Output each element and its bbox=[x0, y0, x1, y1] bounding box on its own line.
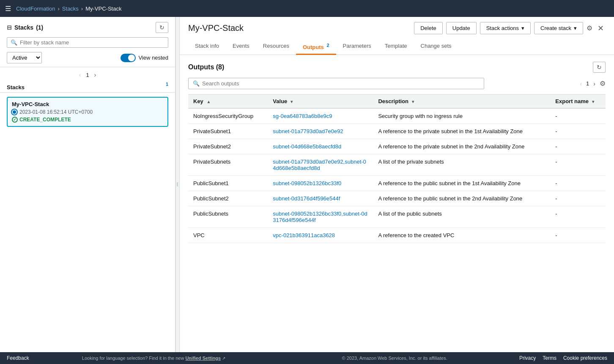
tab-stack-info[interactable]: Stack info bbox=[188, 39, 226, 55]
sidebar-search-box: 🔍 bbox=[7, 37, 168, 48]
stack-radio-indicator bbox=[12, 109, 17, 115]
sidebar-search-input[interactable] bbox=[20, 39, 164, 46]
create-stack-chevron-icon: ▾ bbox=[574, 25, 577, 31]
outputs-search-row: 🔍 ‹ 1 › ⚙ bbox=[188, 78, 606, 89]
cell-export-name-1: - bbox=[550, 124, 606, 139]
footer: Feedback Looking for language selection?… bbox=[0, 352, 614, 364]
cell-description-5: A reference to the public subnet in the … bbox=[373, 191, 550, 206]
export-name-sort-icon: ▾ bbox=[592, 99, 594, 104]
cell-key-0: NoIngressSecurityGroup bbox=[188, 108, 268, 124]
cell-description-7: A reference to the created VPC bbox=[373, 228, 550, 243]
sidebar-title-left: ⊟ Stacks (1) bbox=[7, 24, 43, 31]
status-filter-select[interactable]: Active All Deleted bbox=[7, 52, 42, 63]
tab-bar: Stack info Events Resources Outputs 2 Pa… bbox=[188, 39, 606, 55]
view-nested-label: View nested bbox=[138, 55, 168, 61]
cell-value-7: vpc-021b363911aca3628 bbox=[268, 228, 373, 243]
cell-value-2: subnet-04d668e5b8aecfd8d bbox=[268, 139, 373, 154]
cell-value-4: subnet-098052b1326bc33f0 bbox=[268, 176, 373, 191]
right-panel: My-VPC-Stack Delete Update Stack actions… bbox=[180, 17, 614, 352]
breadcrumb: CloudFormation › Stacks › My-VPC-Stack bbox=[16, 5, 121, 12]
outputs-tab-badge: 2 bbox=[326, 43, 329, 48]
right-title-row: My-VPC-Stack Delete Update Stack actions… bbox=[188, 22, 606, 34]
stack-item-date: 2023-01-08 16:52:14 UTC+0700 bbox=[19, 109, 93, 115]
table-row: PrivateSubnet2 subnet-04d668e5b8aecfd8d … bbox=[188, 139, 606, 154]
sidebar-refresh-button[interactable]: ↻ bbox=[156, 22, 168, 33]
cell-description-2: A reference to the private subnet in the… bbox=[373, 139, 550, 154]
cell-description-3: A list of the private subnets bbox=[373, 154, 550, 176]
stack-actions-button[interactable]: Stack actions ▾ bbox=[480, 22, 531, 34]
breadcrumb-stacks[interactable]: Stacks bbox=[62, 5, 79, 12]
col-header-export-name[interactable]: Export name ▾ bbox=[550, 95, 606, 109]
hamburger-icon[interactable]: ☰ bbox=[5, 5, 11, 13]
stacks-label: Stacks bbox=[7, 84, 25, 90]
stack-item-name: My-VPC-Stack bbox=[12, 101, 163, 107]
cell-value-1: subnet-01a7793d0ad7e0e92 bbox=[268, 124, 373, 139]
tab-resources[interactable]: Resources bbox=[256, 39, 296, 55]
panel-settings-icon[interactable]: ⚙ bbox=[587, 24, 592, 32]
cell-description-6: A list of the public subnets bbox=[373, 206, 550, 228]
cell-description-0: Security group with no ingress rule bbox=[373, 108, 550, 124]
tab-outputs[interactable]: Outputs 2 bbox=[296, 39, 336, 55]
outputs-search-input[interactable] bbox=[202, 80, 480, 87]
cell-description-4: A reference to the public subnet in the … bbox=[373, 176, 550, 191]
outputs-search-box: 🔍 bbox=[188, 78, 484, 89]
stack-item-meta: 2023-01-08 16:52:14 UTC+0700 bbox=[12, 109, 163, 115]
breadcrumb-cloudformation[interactable]: CloudFormation bbox=[16, 5, 55, 12]
cell-value-3: subnet-01a7793d0ad7e0e92,subnet-04d668e5… bbox=[268, 154, 373, 176]
sidebar-prev-page-button[interactable]: ‹ bbox=[77, 71, 83, 79]
cell-export-name-3: - bbox=[550, 154, 606, 176]
outputs-refresh-button[interactable]: ↻ bbox=[593, 62, 606, 73]
collapse-icon[interactable]: ⊟ bbox=[7, 24, 12, 31]
cell-export-name-6: - bbox=[550, 206, 606, 228]
top-nav: ☰ CloudFormation › Stacks › My-VPC-Stack bbox=[0, 0, 614, 17]
delete-button[interactable]: Delete bbox=[414, 22, 443, 34]
key-sort-icon: ▲ bbox=[206, 99, 211, 104]
col-header-key[interactable]: Key ▲ bbox=[188, 95, 268, 109]
unified-settings-link[interactable]: Unified Settings bbox=[185, 356, 221, 361]
stacks-table-header: Stacks 1 bbox=[0, 82, 175, 93]
panel-close-button[interactable]: ✕ bbox=[596, 24, 606, 33]
sidebar-page-number: 1 bbox=[86, 72, 89, 78]
outputs-search-icon: 🔍 bbox=[193, 80, 200, 87]
view-nested-toggle[interactable] bbox=[121, 54, 136, 62]
sidebar-divider[interactable]: ‖ bbox=[175, 17, 180, 352]
cell-key-2: PrivateSubnet2 bbox=[188, 139, 268, 154]
col-header-value[interactable]: Value ▾ bbox=[268, 95, 373, 109]
outputs-table-settings-icon[interactable]: ⚙ bbox=[600, 79, 606, 88]
cell-description-1: A reference to the private subnet in the… bbox=[373, 124, 550, 139]
table-row: PublicSubnet1 subnet-098052b1326bc33f0 A… bbox=[188, 176, 606, 191]
sidebar-pagination: ‹ 1 › bbox=[0, 67, 175, 82]
privacy-link[interactable]: Privacy bbox=[519, 355, 536, 361]
update-button[interactable]: Update bbox=[446, 22, 477, 34]
right-action-buttons: Delete Update Stack actions ▾ Create sta… bbox=[414, 22, 606, 34]
sidebar-header: ⊟ Stacks (1) ↻ 🔍 Active All Deleted bbox=[0, 17, 175, 67]
cell-export-name-0: - bbox=[550, 108, 606, 124]
footer-copyright: © 2023, Amazon Web Services, Inc. or its… bbox=[278, 356, 511, 361]
col-header-description[interactable]: Description ▾ bbox=[373, 95, 550, 109]
cell-key-3: PrivateSubnets bbox=[188, 154, 268, 176]
cell-export-name-2: - bbox=[550, 139, 606, 154]
tab-change-sets[interactable]: Change sets bbox=[414, 39, 458, 55]
filter-select-group: Active All Deleted bbox=[7, 52, 42, 63]
tab-events[interactable]: Events bbox=[226, 39, 256, 55]
tab-parameters[interactable]: Parameters bbox=[336, 39, 378, 55]
feedback-link[interactable]: Feedback bbox=[7, 355, 29, 361]
outputs-table-header-row: Key ▲ Value ▾ Description ▾ Export nam bbox=[188, 95, 606, 109]
cell-export-name-7: - bbox=[550, 228, 606, 243]
stack-list-item[interactable]: My-VPC-Stack 2023-01-08 16:52:14 UTC+070… bbox=[7, 97, 168, 127]
terms-link[interactable]: Terms bbox=[543, 355, 556, 361]
cell-key-1: PrivateSubnet1 bbox=[188, 124, 268, 139]
cell-key-6: PublicSubnets bbox=[188, 206, 268, 228]
table-row: VPC vpc-021b363911aca3628 A reference to… bbox=[188, 228, 606, 243]
outputs-next-page-button[interactable]: › bbox=[592, 79, 597, 88]
sidebar-stacks-count: (1) bbox=[36, 24, 43, 31]
sidebar-stacks-label: Stacks bbox=[14, 24, 33, 31]
sidebar-next-page-button[interactable]: › bbox=[93, 71, 98, 79]
breadcrumb-sep-1: › bbox=[58, 5, 60, 12]
tab-template[interactable]: Template bbox=[378, 39, 414, 55]
create-stack-button[interactable]: Create stack ▾ bbox=[534, 22, 583, 34]
stack-status: ✓ CREATE_COMPLETE bbox=[12, 117, 163, 123]
outputs-pagination: ‹ 1 › ⚙ bbox=[578, 79, 606, 88]
cookie-preferences-link[interactable]: Cookie preferences bbox=[563, 355, 607, 361]
outputs-prev-page-button[interactable]: ‹ bbox=[578, 79, 584, 88]
